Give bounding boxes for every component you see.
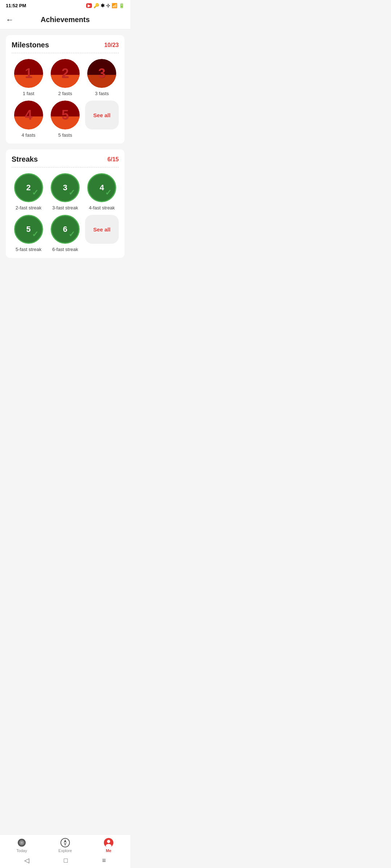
key-icon: 🔑	[93, 3, 99, 8]
battery-icon: 🔋	[119, 3, 125, 8]
streaks-grid: 2 ✓ 2-fast streak 3 ✓ 3-fast streak	[12, 173, 119, 252]
bluetooth-icon: ✱	[101, 3, 105, 8]
streak-circle-2: 2 ✓	[14, 173, 43, 202]
milestones-header: Milestones 10/23	[12, 41, 119, 49]
milestone-label-3: 3 fasts	[95, 91, 109, 96]
milestones-divider	[12, 53, 119, 53]
streak-circle-4: 4 ✓	[87, 173, 116, 202]
milestone-circle-4: 4	[14, 101, 43, 129]
wifi-icon: 📶	[112, 3, 117, 8]
milestone-item-5[interactable]: 5 5 fasts	[48, 101, 82, 138]
milestone-circle-5: 5	[51, 101, 80, 129]
streak-item-5[interactable]: 5 ✓ 5-fast streak	[12, 215, 45, 252]
streak-circle-6: 6 ✓	[51, 215, 80, 244]
streak-label-5: 5-fast streak	[16, 247, 42, 252]
streak-label-3: 3-fast streak	[52, 205, 78, 210]
milestone-item-1[interactable]: 1 1 fast	[12, 59, 45, 96]
streak-item-2[interactable]: 2 ✓ 2-fast streak	[12, 173, 45, 210]
streak-label-4: 4-fast streak	[89, 205, 115, 210]
milestones-title: Milestones	[12, 41, 49, 49]
streak-item-6[interactable]: 6 ✓ 6-fast streak	[48, 215, 82, 252]
milestone-circle-1: 1	[14, 59, 43, 88]
page-title: Achievements	[41, 16, 90, 24]
video-icon: ▶	[86, 3, 92, 8]
streak-label-6: 6-fast streak	[52, 247, 78, 252]
milestone-circle-2: 2	[51, 59, 80, 88]
status-icons: ▶ 🔑 ✱ ⊹ 📶 🔋	[86, 3, 125, 8]
milestone-item-3[interactable]: 3 3 fasts	[85, 59, 119, 96]
streak-see-all-item: See all	[85, 215, 119, 252]
milestone-label-2: 2 fasts	[58, 91, 72, 96]
streak-label-2: 2-fast streak	[16, 205, 42, 210]
streak-see-all-button[interactable]: See all	[85, 215, 119, 244]
header: ← Achievements	[0, 10, 130, 29]
streak-item-3[interactable]: 3 ✓ 3-fast streak	[48, 173, 82, 210]
streak-circle-5: 5 ✓	[14, 215, 43, 244]
milestone-see-all-item: See all	[85, 101, 119, 138]
streak-circle-3: 3 ✓	[51, 173, 80, 202]
milestone-item-4[interactable]: 4 4 fasts	[12, 101, 45, 138]
milestone-see-all-button[interactable]: See all	[85, 101, 119, 129]
milestones-grid: 1 1 fast 2 2 fasts 3 3	[12, 59, 119, 138]
streaks-count: 6/15	[108, 156, 119, 163]
streaks-divider	[12, 167, 119, 167]
back-button[interactable]: ←	[6, 15, 14, 25]
signal-icon: ⊹	[106, 3, 110, 8]
milestone-circle-3: 3	[87, 59, 116, 88]
streak-item-4[interactable]: 4 ✓ 4-fast streak	[85, 173, 119, 210]
milestones-section: Milestones 10/23 1 1 fast 2	[6, 35, 125, 144]
streaks-section: Streaks 6/15 2 ✓ 2-fast streak 3	[6, 149, 125, 258]
milestone-label-5: 5 fasts	[58, 132, 72, 138]
milestones-count: 10/23	[104, 42, 119, 48]
milestone-label-1: 1 fast	[23, 91, 34, 96]
milestone-label-4: 4 fasts	[22, 132, 35, 138]
main-content: Milestones 10/23 1 1 fast 2	[0, 29, 130, 300]
streaks-header: Streaks 6/15	[12, 155, 119, 163]
milestone-item-2[interactable]: 2 2 fasts	[48, 59, 82, 96]
status-bar: 11:52 PM ▶ 🔑 ✱ ⊹ 📶 🔋	[0, 0, 130, 10]
status-time: 11:52 PM	[6, 3, 26, 8]
streaks-title: Streaks	[12, 155, 38, 163]
